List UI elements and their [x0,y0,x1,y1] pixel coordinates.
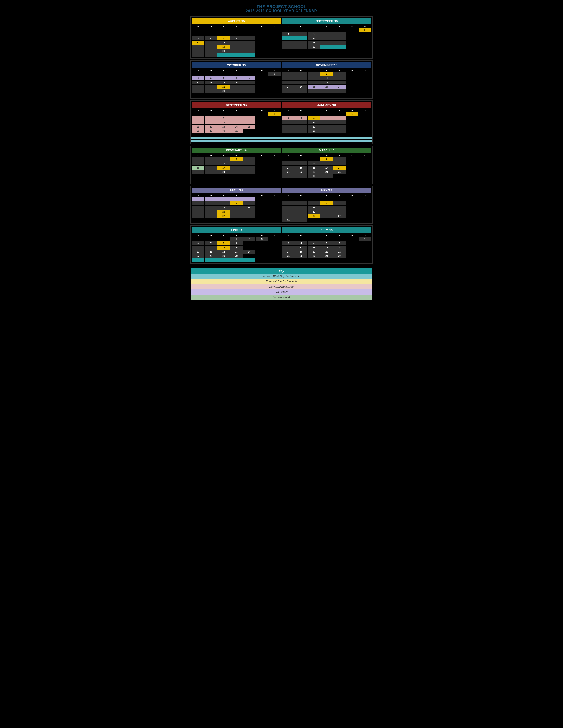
november-header: NOVEMBER '15 [282,62,371,68]
august-calendar: AUGUST '15 S M T W T F S [192,18,281,57]
october-header: OCTOBER '15 [192,62,281,68]
legend-no-school: No School [191,289,372,295]
legend-section: Key Teacher Work Day-No Students First/L… [190,267,373,301]
january-header: JANUARY '16 [282,102,371,108]
may-header: MAY '16 [282,188,371,193]
row-3: DECEMBER '15 S M T W T F S 2 9 [190,100,373,144]
row-5: APRIL '16 S M T W T F S [190,186,373,224]
row-4: FEBRUARY '16 S M T W T F S 3 10 [190,146,373,184]
legend-early-dismissal: Early Dismissal (1:30) [191,284,372,289]
september-header: SEPTEMBER '15 [282,18,371,24]
legend-first-last-day: First/Last Day for Students [191,279,372,284]
july-calendar: JULY '16 S M T W T F S 1 4 5 6 [282,227,371,262]
semester-divider-2 [190,140,373,142]
row-1: AUGUST '15 S M T W T F S [190,16,373,59]
june-header: JUNE '16 [192,227,281,233]
november-calendar: NOVEMBER '15 S M T W T F S 4 [282,62,371,97]
december-header: DECEMBER '15 [192,102,281,108]
april-header: APRIL '16 [192,188,281,193]
april-calendar: APRIL '16 S M T W T F S [192,188,281,222]
row-2: OCTOBER '15 S M T W T F S 2 5 6 7 [190,60,373,99]
legend-header: Key [191,268,372,274]
legend-summer-break: Summer Break [191,295,372,300]
february-calendar: FEBRUARY '16 S M T W T F S 3 10 [192,148,281,182]
february-header: FEBRUARY '16 [192,148,281,153]
december-calendar: DECEMBER '15 S M T W T F S 2 9 [192,102,281,137]
january-calendar: JANUARY '16 S M T W T F S 1 4 5 6 [282,102,371,137]
legend-teacher-workday: Teacher Work Day-No Students [191,274,372,279]
may-calendar: MAY '16 S M T W T F S [282,188,371,222]
semester-divider [190,137,373,139]
march-header: MARCH '16 [282,148,371,153]
march-calendar: MARCH '16 S M T W T F S 2 9 [282,148,371,182]
row-6: JUNE '16 S M T W T F S 1 2 3 6 7 8 [190,225,373,264]
june-calendar: JUNE '16 S M T W T F S 1 2 3 6 7 8 [192,227,281,262]
page-title: THE PROJECT SCHOOL 2015-2016 SCHOOL YEAR… [190,4,373,13]
september-calendar: SEPTEMBER '15 S M T W T F S 2 7 [282,18,371,57]
july-header: JULY '16 [282,227,371,233]
august-header: AUGUST '15 [192,18,281,24]
october-calendar: OCTOBER '15 S M T W T F S 2 5 6 7 [192,62,281,97]
